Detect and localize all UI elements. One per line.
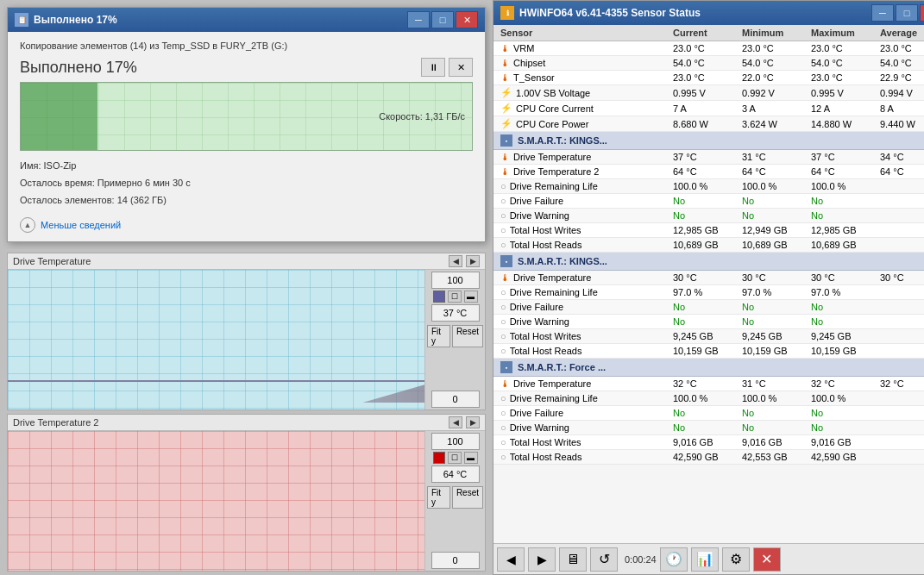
reset-button[interactable]: ↺ bbox=[590, 547, 618, 572]
table-row: 🌡Chipset 54.0 °C 54.0 °C 54.0 °C 54.0 °C bbox=[493, 56, 924, 71]
section-header-3: ▪ S.M.A.R.T.: Force ... bbox=[493, 359, 924, 377]
table-row: ○Total Host Reads 10,159 GB10,159 GB10,1… bbox=[493, 344, 924, 359]
chart-color-row-2: ☐ ▬ bbox=[433, 452, 478, 464]
monitor-button[interactable]: 🖥 bbox=[559, 547, 587, 572]
scroll-right-1[interactable]: ▶ bbox=[466, 255, 480, 267]
chart-min-val-2: 0 bbox=[431, 552, 480, 569]
circle-icon: ○ bbox=[500, 393, 506, 403]
details-toggle[interactable]: ▲ Меньше сведений bbox=[20, 217, 473, 233]
chart-max-val-2: 100 bbox=[431, 433, 480, 450]
chart-cur-val-1: 37 °C bbox=[431, 304, 480, 322]
val-avg: 23.0 °C bbox=[877, 42, 924, 54]
section-icon-1: ▪ bbox=[500, 134, 512, 147]
table-row: ○Drive Warning NoNoNo bbox=[493, 315, 924, 329]
circle-icon: ○ bbox=[500, 346, 506, 356]
color-check-2[interactable]: ☐ bbox=[448, 452, 462, 464]
chevron-up-icon: ▲ bbox=[20, 217, 35, 233]
settings-button[interactable]: ⚙ bbox=[722, 547, 750, 572]
fit-btn-1[interactable]: Fit y bbox=[427, 325, 450, 347]
sensor-name: ○Drive Warning bbox=[497, 209, 669, 222]
close-statusbar-button[interactable]: ✕ bbox=[753, 547, 781, 572]
sensor-name: ○Drive Warning bbox=[497, 422, 669, 434]
maximize-button[interactable]: □ bbox=[431, 11, 454, 28]
hwinfo-minimize[interactable]: ─ bbox=[871, 4, 894, 22]
chart-title-bar-1: Drive Temperature ◀ ▶ bbox=[8, 253, 485, 270]
dialog-icon: 📋 bbox=[15, 13, 28, 27]
val-max: 23.0 °C bbox=[808, 42, 877, 54]
table-row: ○Total Host Reads 42,590 GB42,553 GB42,5… bbox=[493, 450, 924, 465]
val-current: 54.0 °C bbox=[669, 57, 739, 69]
nav-prev-button[interactable]: ◀ bbox=[497, 547, 525, 572]
details-label: Меньше сведений bbox=[41, 220, 121, 230]
fit-btn-2[interactable]: Fit y bbox=[427, 486, 450, 509]
section-header-1: ▪ S.M.A.R.T.: KINGS... bbox=[493, 132, 924, 150]
color-swatch-1 bbox=[433, 291, 445, 303]
hwinfo-close[interactable]: ✕ bbox=[920, 4, 924, 22]
hwinfo-titlebar: ℹ HWiNFO64 v6.41-4355 Sensor Status ─ □ … bbox=[493, 1, 924, 25]
table-row: ○Total Host Writes 9,245 GB9,245 GB9,245… bbox=[493, 329, 924, 344]
minimize-button[interactable]: ─ bbox=[407, 11, 430, 28]
chart-fit-reset-1: Fit y Reset bbox=[427, 325, 483, 347]
charts-area: Drive Temperature ◀ ▶ 100 ☐ ▬ bbox=[0, 249, 493, 575]
section-icon-2: ▪ bbox=[500, 255, 512, 267]
circle-icon: ○ bbox=[500, 452, 506, 462]
chart-line-1 bbox=[8, 380, 424, 382]
section-title-3: S.M.A.R.T.: Force ... bbox=[518, 362, 606, 372]
table-row: ⚡CPU Core Current 7 A 3 A 12 A 8 A bbox=[493, 101, 924, 116]
scroll-left-1[interactable]: ◀ bbox=[449, 255, 462, 267]
section-header-2: ▪ S.M.A.R.T.: KINGS... bbox=[493, 253, 924, 271]
copy-path: Копирование элементов (14) из Temp_SSD в… bbox=[20, 41, 473, 51]
val-avg: 54.0 °C bbox=[877, 57, 924, 69]
color-swatch-2 bbox=[433, 452, 445, 464]
table-row: ○Drive Remaining Life 100.0 %100.0 %100.… bbox=[493, 179, 924, 194]
hwinfo-maximize[interactable]: □ bbox=[896, 4, 918, 22]
reset-btn-1[interactable]: Reset bbox=[452, 325, 483, 347]
chart-fit-reset-2: Fit y Reset bbox=[427, 486, 483, 509]
val-min: 54.0 °C bbox=[739, 57, 808, 69]
scroll-left-2[interactable]: ◀ bbox=[449, 416, 462, 428]
circle-icon: ○ bbox=[500, 408, 506, 418]
table-row: ○Drive Warning NoNoNo bbox=[493, 421, 924, 435]
close-button[interactable]: ✕ bbox=[456, 11, 478, 28]
color-line-2[interactable]: ▬ bbox=[464, 452, 478, 464]
hwinfo-statusbar: ◀ ▶ 🖥 ↺ 0:00:24 🕐 📊 ⚙ ✕ bbox=[493, 543, 924, 574]
chart-graph-2 bbox=[8, 431, 424, 571]
sensor-name: ○Drive Remaining Life bbox=[497, 392, 669, 404]
color-check-1[interactable]: ☐ bbox=[448, 291, 462, 303]
flame-icon: 🌡 bbox=[500, 72, 510, 83]
report-button[interactable]: 📊 bbox=[691, 547, 719, 572]
chart-title-1: Drive Temperature bbox=[13, 256, 91, 266]
sensor-name: ○Total Host Writes bbox=[497, 436, 669, 448]
color-line-1[interactable]: ▬ bbox=[464, 291, 478, 303]
progress-fill bbox=[21, 83, 97, 150]
chart-color-row-1: ☐ ▬ bbox=[433, 291, 478, 303]
file-name: Имя: ISO-Zip bbox=[20, 158, 473, 175]
clock-button[interactable]: 🕐 bbox=[660, 547, 688, 572]
chart-grid-1 bbox=[8, 270, 424, 409]
reset-btn-2[interactable]: Reset bbox=[452, 486, 483, 509]
hwinfo-titlebar-controls: ─ □ ✕ bbox=[871, 4, 924, 22]
progress-bar: Скорость: 1,31 ГБ/с bbox=[20, 82, 473, 151]
sensor-name: 🌡T_Sensor bbox=[497, 72, 669, 84]
titlebar-controls: ─ □ ✕ bbox=[407, 11, 478, 28]
sensor-scroll-area[interactable]: 🌡VRM 23.0 °C 23.0 °C 23.0 °C 23.0 °C 🌡Ch… bbox=[493, 41, 924, 543]
circle-icon: ○ bbox=[500, 422, 506, 433]
statusbar-time: 0:00:24 bbox=[625, 554, 657, 565]
chart-title-bar-2: Drive Temperature 2 ◀ ▶ bbox=[8, 415, 485, 431]
bolt-icon: ⚡ bbox=[500, 118, 512, 129]
val-max: 54.0 °C bbox=[808, 57, 877, 69]
chart-sidebar-1: 100 ☐ ▬ 37 °C Fit y Reset 0 bbox=[424, 270, 485, 409]
flame-icon: 🌡 bbox=[500, 166, 510, 177]
val-min: 22.0 °C bbox=[739, 72, 808, 84]
nav-next-button[interactable]: ▶ bbox=[528, 547, 556, 572]
section-title-1: S.M.A.R.T.: KINGS... bbox=[518, 135, 607, 146]
chart-grid-2 bbox=[8, 431, 424, 571]
pause-button[interactable]: ⏸ bbox=[421, 58, 445, 77]
val-current: 8.680 W bbox=[669, 118, 739, 130]
val-max: 14.880 W bbox=[808, 118, 877, 130]
val-max: 12 A bbox=[808, 103, 877, 115]
scroll-right-2[interactable]: ▶ bbox=[466, 416, 480, 428]
circle-icon: ○ bbox=[500, 196, 506, 206]
cancel-copy-button[interactable]: ✕ bbox=[449, 58, 473, 77]
val-current: 23.0 °C bbox=[669, 42, 739, 54]
